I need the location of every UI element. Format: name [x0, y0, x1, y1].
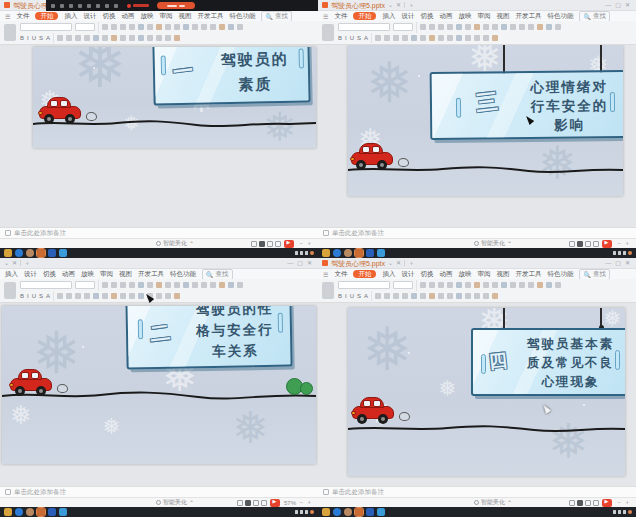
line-spacing-icon[interactable] [129, 35, 135, 41]
arrange-icon[interactable] [210, 24, 216, 30]
format-button[interactable]: B [20, 293, 24, 299]
menu-tab[interactable]: 动画 [439, 13, 452, 20]
decrease-font-icon[interactable] [120, 24, 126, 30]
slide-2[interactable]: 二 驾驶员的性 格与安全行 车关系 [2, 306, 316, 464]
tray-net-icon[interactable] [618, 251, 621, 255]
design-ideas-icon[interactable] [465, 293, 471, 299]
format-button[interactable]: A [364, 293, 368, 299]
align-center-icon[interactable] [420, 293, 426, 299]
font-size-combo[interactable] [75, 23, 95, 31]
reading-view-icon[interactable] [267, 241, 273, 247]
tray-orange-dot[interactable] [628, 510, 632, 514]
paste-icon[interactable] [322, 282, 334, 299]
bullets-icon[interactable] [456, 24, 462, 30]
align-left-icon[interactable] [93, 293, 99, 299]
share-screen-icon[interactable] [69, 4, 73, 8]
flowchart-icon[interactable] [474, 293, 480, 299]
notes-bar[interactable]: 单击此处添加备注 [0, 227, 318, 238]
indent-icon[interactable] [474, 282, 480, 288]
app-blue-icon[interactable] [48, 508, 56, 516]
select-pane-icon[interactable] [237, 282, 243, 288]
zoom-out-button[interactable]: － [616, 239, 622, 248]
window-control[interactable]: — [603, 2, 613, 8]
outdent-icon[interactable] [165, 24, 171, 30]
columns-icon[interactable] [456, 35, 462, 41]
menu-tab[interactable]: 动画 [439, 271, 452, 278]
tab-close-icon[interactable]: ✕ [396, 2, 401, 8]
slide-canvas[interactable]: 四 驾驶员基本素 质及常见不良 心理现象 [318, 303, 636, 486]
smart-beautify-button[interactable]: 智能美化⌃ [156, 239, 194, 248]
align-left-icon[interactable] [411, 35, 417, 41]
format-button[interactable]: I [27, 293, 29, 299]
menu-tab[interactable]: 特色功能 [547, 13, 573, 20]
font-name-combo[interactable] [338, 281, 390, 289]
font-color-icon[interactable] [75, 35, 81, 41]
select-pane-icon[interactable] [237, 24, 243, 30]
zoom-out-button[interactable]: － [298, 239, 304, 248]
menu-tab[interactable]: 切换 [102, 13, 115, 20]
line-spacing-icon[interactable] [447, 293, 453, 299]
tray-orange-dot[interactable] [310, 251, 314, 255]
design-ideas-icon[interactable] [465, 35, 471, 41]
numbering-icon[interactable] [465, 282, 471, 288]
menu-tab[interactable]: 放映 [458, 13, 471, 20]
find-icon[interactable] [228, 24, 234, 30]
find-icon[interactable] [546, 24, 552, 30]
cut-icon[interactable] [375, 35, 381, 41]
new-tab-button[interactable]: ＋ [408, 260, 414, 266]
flowchart-icon[interactable] [474, 35, 480, 41]
select-pane-icon[interactable] [555, 24, 561, 30]
wps-active-icon[interactable] [355, 508, 363, 516]
slide-layout-icon[interactable] [420, 282, 426, 288]
font-size-combo[interactable] [393, 281, 413, 289]
tray-up-icon[interactable] [613, 251, 616, 255]
animation-icon[interactable] [492, 293, 498, 299]
edge-icon[interactable] [333, 508, 341, 516]
bullets-icon[interactable] [456, 282, 462, 288]
decrease-font-icon[interactable] [438, 24, 444, 30]
line-spacing-icon[interactable] [129, 293, 135, 299]
design-ideas-icon[interactable] [147, 35, 153, 41]
members-icon[interactable] [78, 4, 82, 8]
indent-icon[interactable] [156, 282, 162, 288]
zoom-out-button[interactable]: － [298, 498, 304, 507]
textbox-icon[interactable] [510, 24, 516, 30]
wps-active-icon[interactable] [355, 249, 363, 257]
indent-icon[interactable] [474, 24, 480, 30]
slide-canvas[interactable]: 三 心理情绪对 行车安全的 影响 [318, 45, 636, 227]
align-right-icon[interactable] [429, 293, 435, 299]
app-teal-icon[interactable] [59, 508, 67, 516]
menu-tab[interactable]: 审阅 [477, 271, 490, 278]
window-control[interactable]: ✕ [305, 260, 314, 266]
tray-volume-icon[interactable] [623, 510, 626, 514]
align-center-icon[interactable] [102, 293, 108, 299]
share-action-pill-button[interactable] [157, 2, 195, 9]
highlight-icon[interactable] [84, 35, 90, 41]
shape-icon[interactable] [174, 282, 180, 288]
menu-tab[interactable]: 切换 [43, 271, 56, 278]
font-color-icon[interactable] [393, 293, 399, 299]
more-icon[interactable] [114, 4, 118, 8]
format-button[interactable]: U [350, 293, 354, 299]
cut-icon[interactable] [57, 293, 63, 299]
normal-view-icon[interactable] [569, 241, 575, 247]
tray-net-icon[interactable] [618, 510, 621, 514]
menu-tab[interactable]: 切换 [420, 13, 433, 20]
columns-icon[interactable] [456, 293, 462, 299]
slide-sorter-icon[interactable] [259, 241, 265, 247]
smart-beautify-button[interactable]: 智能美化⌃ [474, 498, 512, 507]
tray-orange-dot[interactable] [628, 251, 632, 255]
wps-active-icon[interactable] [37, 508, 45, 516]
user-avatar[interactable] [26, 249, 34, 257]
red-car[interactable] [39, 94, 83, 124]
arrange-icon[interactable] [528, 24, 534, 30]
folder-icon[interactable] [4, 249, 12, 257]
reading-view-icon[interactable] [253, 500, 259, 506]
format-button[interactable]: S [357, 35, 361, 41]
slide-sorter-icon[interactable] [577, 241, 583, 247]
tab-close-icon[interactable]: ✕ [12, 260, 17, 266]
format-button[interactable]: B [20, 35, 24, 41]
tray-net-icon[interactable] [300, 251, 303, 255]
menu-tab[interactable]: 放映 [140, 13, 153, 20]
align-right-icon[interactable] [111, 293, 117, 299]
